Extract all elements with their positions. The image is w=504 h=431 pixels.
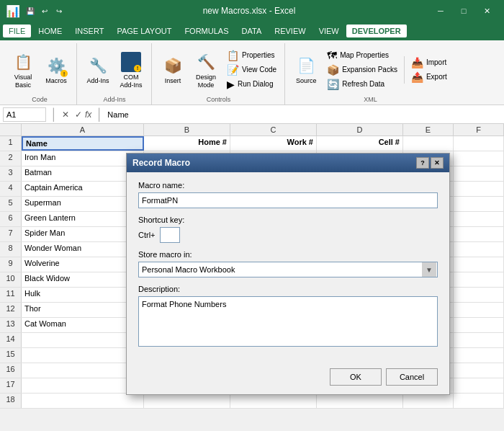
expansion-packs-btn[interactable]: 📦 Expansion Packs: [325, 63, 400, 76]
cancel-formula-icon[interactable]: ✕: [62, 110, 69, 120]
store-macro-label: Store macro in:: [138, 250, 438, 259]
menu-data[interactable]: DATA: [236, 25, 268, 37]
insert-controls-btn[interactable]: 📦 Insert: [158, 53, 187, 86]
xml-group-label: XML: [364, 94, 377, 105]
com-addins-label: COMAdd-Ins: [120, 74, 142, 89]
cell-reference[interactable]: A1: [3, 107, 46, 122]
addins-group-label: Add-Ins: [103, 94, 125, 105]
formula-input[interactable]: [107, 110, 501, 119]
properties-btn[interactable]: 📋 Properties: [225, 49, 279, 62]
modal-overlay: Record Macro ? ✕ Macro name: Shortcut ke…: [0, 124, 504, 431]
design-mode-icon: 🔨: [194, 50, 217, 74]
view-code-icon: 📝: [227, 64, 239, 76]
addins-label: Add-Ins: [86, 77, 109, 85]
menu-view[interactable]: VIEW: [313, 25, 345, 37]
addins-btn[interactable]: 🔧 Add-Ins: [84, 53, 112, 86]
xml-small-buttons: 🗺 Map Properties 📦 Expansion Packs 🔄 Ref…: [325, 49, 400, 91]
addins-icon: 🔧: [86, 54, 109, 77]
xml-import-export: 📥 Import 📤 Export: [404, 56, 449, 84]
store-macro-select-wrapper: Personal Macro Workbook This Workbook Ne…: [138, 262, 438, 277]
minimize-btn[interactable]: ─: [429, 0, 452, 22]
ok-button[interactable]: OK: [330, 368, 382, 386]
ribbon-group-code: 📋 VisualBasic ⚙️ ! Macros Code: [3, 43, 77, 105]
design-mode-btn[interactable]: 🔨 DesignMode: [192, 49, 220, 91]
com-addins-btn[interactable]: ! COMAdd-Ins: [117, 49, 145, 91]
macros-label: Macros: [45, 77, 67, 85]
refresh-data-icon: 🔄: [327, 79, 339, 90]
import-icon: 📥: [411, 57, 423, 68]
store-macro-select[interactable]: Personal Macro Workbook This Workbook Ne…: [138, 262, 438, 277]
source-label: Source: [296, 77, 317, 85]
cancel-button[interactable]: Cancel: [386, 368, 438, 386]
title-bar-quick-access: 💾 ↩ ↪: [24, 5, 65, 17]
confirm-formula-icon[interactable]: ✓: [75, 110, 82, 120]
source-btn[interactable]: 📄 Source: [292, 53, 320, 86]
com-addins-icon: !: [120, 50, 143, 74]
source-icon: 📄: [294, 54, 318, 77]
dialog-help-btn[interactable]: ?: [416, 157, 429, 169]
menu-page-layout[interactable]: PAGE LAYOUT: [111, 25, 177, 37]
visual-basic-icon: 📋: [12, 50, 35, 74]
menu-bar: FILE HOME INSERT PAGE LAYOUT FORMULAS DA…: [0, 22, 504, 40]
import-btn[interactable]: 📥 Import: [409, 56, 449, 69]
save-btn[interactable]: 💾: [24, 5, 36, 17]
expansion-packs-icon: 📦: [327, 64, 339, 76]
refresh-data-label: Refresh Data: [342, 80, 384, 88]
macros-btn[interactable]: ⚙️ ! Macros: [42, 53, 71, 86]
properties-label: Properties: [242, 51, 275, 59]
map-properties-btn[interactable]: 🗺 Map Properties: [325, 49, 400, 62]
dialog-title-controls: ? ✕: [416, 157, 444, 169]
view-code-label: View Code: [242, 66, 276, 74]
insert-controls-label: Insert: [165, 77, 181, 85]
refresh-data-btn[interactable]: 🔄 Refresh Data: [325, 78, 400, 91]
macro-name-input[interactable]: [138, 192, 438, 208]
description-group: Description: Format Phone Numbers: [138, 285, 438, 348]
menu-file[interactable]: FILE: [3, 25, 31, 37]
ribbon-group-controls: 📦 Insert 🔨 DesignMode 📋 Properties 📝 Vie…: [153, 43, 285, 105]
ribbon: 📋 VisualBasic ⚙️ ! Macros Code 🔧 Add-Ins: [0, 40, 504, 105]
menu-home[interactable]: HOME: [32, 25, 68, 37]
maximize-btn[interactable]: □: [452, 0, 475, 22]
map-properties-icon: 🗺: [327, 50, 337, 61]
addins-group-items: 🔧 Add-Ins ! COMAdd-Ins: [84, 45, 145, 94]
shortcut-key-group: Shortcut key: Ctrl+: [138, 216, 438, 243]
menu-developer[interactable]: DEVELOPER: [346, 25, 407, 37]
controls-group-label: Controls: [207, 94, 231, 105]
formula-divider2: │: [96, 108, 103, 121]
menu-review[interactable]: REVIEW: [269, 25, 311, 37]
formula-icons: ✕ ✓: [62, 110, 82, 120]
visual-basic-btn[interactable]: 📋 VisualBasic: [9, 49, 37, 91]
undo-btn[interactable]: ↩: [39, 5, 50, 17]
xml-group-items: 📄 Source 🗺 Map Properties 📦 Expansion Pa…: [292, 45, 449, 94]
export-icon: 📤: [411, 71, 423, 83]
code-group-items: 📋 VisualBasic ⚙️ ! Macros: [9, 45, 71, 94]
design-mode-label: DesignMode: [196, 74, 216, 89]
run-dialog-btn[interactable]: ▶ Run Dialog: [225, 78, 279, 91]
shortcut-key-input[interactable]: [160, 227, 180, 243]
excel-icon: 📊: [6, 4, 20, 18]
main-content: A B C D E F 1 Name Home # Work # Cell # …: [0, 124, 504, 431]
menu-formulas[interactable]: FORMULAS: [179, 25, 234, 37]
title-bar: 📊 💾 ↩ ↪ new Macros.xlsx - Excel ─ □ ✕: [0, 0, 504, 22]
view-code-btn[interactable]: 📝 View Code: [225, 63, 279, 76]
close-btn[interactable]: ✕: [475, 0, 498, 22]
dialog-close-btn[interactable]: ✕: [431, 157, 444, 169]
description-label: Description:: [138, 285, 438, 293]
record-macro-dialog: Record Macro ? ✕ Macro name: Shortcut ke…: [126, 153, 450, 395]
window-controls: ─ □ ✕: [429, 0, 498, 22]
menu-insert[interactable]: INSERT: [69, 25, 109, 37]
ribbon-group-addins: 🔧 Add-Ins ! COMAdd-Ins Add-Ins: [78, 43, 152, 105]
export-btn[interactable]: 📤 Export: [409, 71, 449, 84]
import-label: Import: [426, 58, 446, 66]
dialog-titlebar: Record Macro ? ✕: [127, 154, 449, 172]
insert-controls-icon: 📦: [161, 54, 184, 77]
redo-btn[interactable]: ↪: [53, 5, 65, 17]
run-dialog-label: Run Dialog: [238, 80, 273, 88]
controls-small-buttons: 📋 Properties 📝 View Code ▶ Run Dialog: [225, 49, 279, 91]
macros-icon: ⚙️ !: [45, 54, 68, 77]
formula-bar: A1 │ ✕ ✓ fx │: [0, 105, 504, 124]
dialog-footer: OK Cancel: [127, 364, 449, 394]
dialog-title: Record Macro: [132, 158, 190, 168]
description-textarea[interactable]: Format Phone Numbers: [138, 296, 438, 347]
shortcut-row: Ctrl+: [138, 227, 438, 243]
